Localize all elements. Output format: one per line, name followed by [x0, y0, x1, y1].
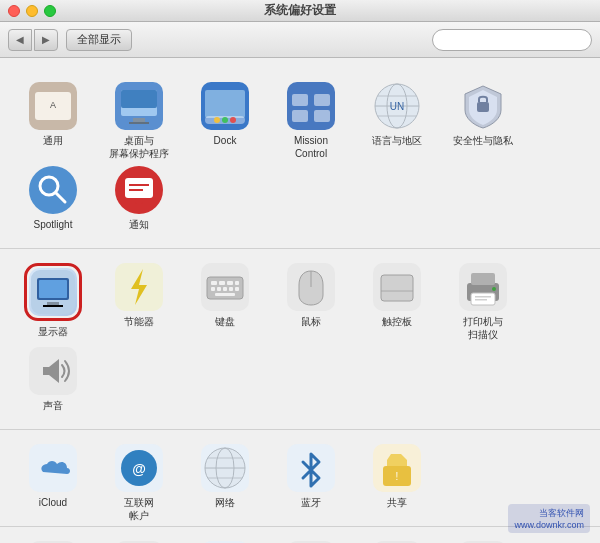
desktop-icon [115, 82, 163, 130]
display-highlight [24, 263, 82, 321]
icon-item-notifications[interactable]: 通知 [98, 158, 180, 238]
keyboard-icon [201, 263, 249, 311]
icon-item-dictation[interactable]: 听写与语音 [270, 533, 352, 543]
trackpad-label: 触控板 [382, 315, 412, 328]
bluetooth-icon [287, 444, 335, 492]
main-wrapper: A 通用 桌面与 屏幕保护程序 [0, 58, 600, 543]
svg-rect-5 [121, 90, 157, 108]
search-input[interactable] [432, 29, 592, 51]
svg-rect-49 [229, 287, 233, 291]
icon-item-keyboard[interactable]: 键盘 [184, 255, 266, 335]
svg-rect-7 [129, 122, 149, 124]
sound-icon [29, 347, 77, 395]
toolbar: ◀ ▶ 全部显示 🔍 [0, 22, 600, 58]
svg-point-13 [230, 117, 236, 123]
icon-item-energy[interactable]: 节能器 [98, 255, 180, 335]
icon-item-sharing[interactable]: ! 共享 [356, 436, 438, 516]
icon-item-startup[interactable]: ? 启动磁盘 [442, 533, 524, 543]
icon-item-mouse[interactable]: 鼠标 [270, 255, 352, 335]
icon-item-users[interactable]: 用户与群组 [12, 533, 94, 543]
svg-rect-6 [133, 118, 145, 122]
icon-item-desktop[interactable]: 桌面与 屏幕保护程序 [98, 74, 180, 154]
icon-item-appstore[interactable]: App Store [184, 533, 266, 543]
svg-text:UN: UN [390, 101, 404, 112]
icon-item-printer[interactable]: 打印机与 扫描仪 [442, 255, 524, 335]
trackpad-icon [373, 263, 421, 311]
keyboard-label: 键盘 [215, 315, 235, 328]
nav-buttons: ◀ ▶ [8, 29, 58, 51]
main-content: A 通用 桌面与 屏幕保护程序 [0, 58, 600, 543]
icon-item-display[interactable]: 显示器 [12, 255, 94, 335]
titlebar: 系统偏好设置 [0, 0, 600, 22]
svg-rect-44 [227, 281, 233, 285]
svg-rect-31 [129, 184, 149, 186]
security-icon [459, 82, 507, 130]
section-hardware: 显示器 节能器 [0, 249, 600, 430]
svg-rect-15 [292, 94, 308, 106]
energy-icon [115, 263, 163, 311]
svg-rect-43 [219, 281, 225, 285]
forward-button[interactable]: ▶ [34, 29, 58, 51]
svg-point-26 [29, 166, 77, 214]
svg-rect-25 [477, 102, 489, 112]
svg-text:A: A [50, 100, 56, 110]
language-icon: UN [373, 82, 421, 130]
svg-rect-33 [135, 198, 143, 204]
icon-item-trackpad[interactable]: 触控板 [356, 255, 438, 335]
window-title: 系统偏好设置 [264, 2, 336, 19]
spotlight-icon [29, 166, 77, 214]
svg-rect-55 [381, 275, 413, 301]
bluetooth-label: 蓝牙 [301, 496, 321, 509]
icon-item-mission[interactable]: Mission Control [270, 74, 352, 154]
energy-label: 节能器 [124, 315, 154, 328]
section-system: 用户与群组 家长控制 [0, 527, 600, 543]
dock-label: Dock [214, 134, 237, 147]
notifications-icon [115, 166, 163, 214]
icon-item-spotlight[interactable]: Spotlight [12, 158, 94, 238]
sharing-icon: ! [373, 444, 421, 492]
show-all-button[interactable]: 全部显示 [66, 29, 132, 51]
svg-rect-37 [47, 302, 59, 305]
network-icon [201, 444, 249, 492]
svg-point-11 [214, 117, 220, 123]
svg-rect-42 [211, 281, 217, 285]
maximize-button[interactable] [44, 5, 56, 17]
icon-item-sound[interactable]: 声音 [12, 339, 94, 419]
section-personal: A 通用 桌面与 屏幕保护程序 [0, 68, 600, 249]
icloud-label: iCloud [39, 496, 67, 509]
icon-item-security[interactable]: 安全性与隐私 [442, 74, 524, 154]
display-label: 显示器 [38, 325, 68, 338]
section-internet: iCloud @ 互联网 帐户 [0, 430, 600, 527]
sound-label: 声音 [43, 399, 63, 412]
security-label: 安全性与隐私 [453, 134, 513, 147]
svg-rect-61 [475, 296, 491, 298]
icon-item-icloud[interactable]: iCloud [12, 436, 94, 516]
icon-item-language[interactable]: UN 语言与地区 [356, 74, 438, 154]
svg-rect-59 [471, 273, 495, 285]
general-icon: A [29, 82, 77, 130]
minimize-button[interactable] [26, 5, 38, 17]
svg-rect-16 [314, 94, 330, 106]
icon-item-bluetooth[interactable]: 蓝牙 [270, 436, 352, 516]
icon-item-datetime[interactable]: 18 18 日期与时间 [356, 533, 438, 543]
icon-item-dock[interactable]: Dock [184, 74, 266, 154]
internet-label: 互联网 帐户 [124, 496, 154, 522]
back-button[interactable]: ◀ [8, 29, 32, 51]
icon-grid-hardware: 显示器 节能器 [12, 255, 588, 419]
svg-rect-38 [43, 305, 63, 307]
svg-rect-30 [125, 178, 153, 198]
icon-item-general[interactable]: A 通用 [12, 74, 94, 154]
language-label: 语言与地区 [372, 134, 422, 147]
icon-item-network[interactable]: 网络 [184, 436, 266, 516]
general-label: 通用 [43, 134, 63, 147]
close-button[interactable] [8, 5, 20, 17]
sharing-label: 共享 [387, 496, 407, 509]
svg-rect-36 [39, 280, 67, 298]
svg-rect-32 [129, 189, 143, 191]
mouse-label: 鼠标 [301, 315, 321, 328]
desktop-label: 桌面与 屏幕保护程序 [109, 134, 169, 160]
display-icon [29, 268, 77, 316]
printer-label: 打印机与 扫描仪 [463, 315, 503, 341]
icon-item-internet[interactable]: @ 互联网 帐户 [98, 436, 180, 516]
icon-item-parental[interactable]: 家长控制 [98, 533, 180, 543]
